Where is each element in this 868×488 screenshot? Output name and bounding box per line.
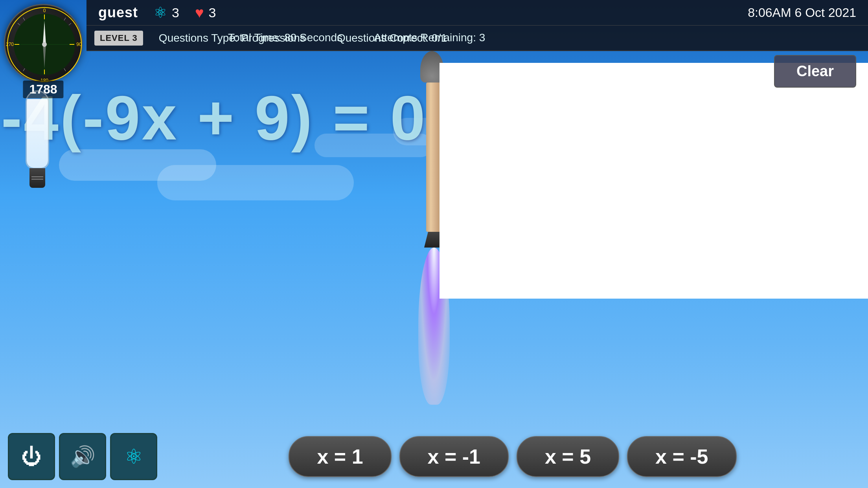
hearts-group: ♥ 3 [195, 4, 216, 21]
hud-stats-row2: Total Time: 80 Seconds Attempts Remainin… [228, 31, 485, 44]
fuel-bottom [29, 168, 45, 188]
answer-button-4[interactable]: x = -5 [627, 436, 736, 477]
compass-widget: 0 90 180 270 1788 [4, 4, 83, 83]
attempts-remaining: Attempts Remaining: 3 [374, 31, 485, 44]
answer-label-2: x = -1 [428, 445, 480, 468]
answer-button-3[interactable]: x = 5 [517, 436, 619, 477]
answer-button-2[interactable]: x = -1 [399, 436, 509, 477]
svg-line-15 [18, 23, 20, 25]
sound-icon: 🔊 [70, 445, 96, 469]
svg-line-13 [69, 23, 71, 25]
fuel-fill [27, 99, 48, 168]
svg-line-14 [23, 18, 25, 20]
svg-text:270: 270 [6, 42, 14, 47]
clear-button[interactable]: Clear [774, 55, 856, 88]
fuel-gauge [22, 90, 53, 185]
power-icon: ⏻ [21, 445, 42, 468]
level-badge: LEVEL 3 [94, 31, 143, 46]
compass-outer: 0 90 180 270 [4, 4, 83, 83]
heart-icon: ♥ [195, 4, 204, 21]
svg-line-17 [23, 68, 25, 71]
svg-line-12 [64, 18, 66, 20]
drawing-canvas[interactable] [440, 63, 868, 299]
stars-group: ⚛ 3 [154, 4, 179, 21]
hearts-count: 3 [209, 5, 216, 20]
atom-icon: ⚛ [154, 4, 167, 21]
hud-bottom-row: LEVEL 3 Questions Type: Progressions Que… [86, 26, 868, 50]
hud-top-row: guest ⚛ 3 ♥ 3 8:06AM 6 Oct 2021 [86, 0, 868, 26]
svg-text:90: 90 [76, 42, 82, 47]
username-display: guest [98, 4, 138, 21]
atom-button[interactable]: ⚛ [110, 433, 157, 480]
svg-line-16 [64, 68, 66, 71]
fuel-tube [26, 90, 49, 169]
answer-button-1[interactable]: x = 1 [289, 436, 391, 477]
atom-icon-btn: ⚛ [125, 445, 143, 468]
svg-point-20 [42, 42, 47, 47]
answer-label-4: x = -5 [655, 445, 708, 468]
bottom-toolbar: ⏻ 🔊 ⚛ x = 1 x = -1 x = 5 x = -5 [0, 425, 868, 488]
equation-display: -4(-9x + 9) = 0 [1, 82, 427, 154]
fuel-grip [31, 176, 43, 180]
compass-svg: 0 90 180 270 [5, 5, 84, 84]
power-button[interactable]: ⏻ [8, 433, 55, 480]
answer-buttons: x = 1 x = -1 x = 5 x = -5 [165, 436, 860, 477]
svg-text:0: 0 [43, 8, 46, 13]
sound-button[interactable]: 🔊 [59, 433, 106, 480]
hud-bar: guest ⚛ 3 ♥ 3 8:06AM 6 Oct 2021 LEVEL 3 … [86, 0, 868, 51]
stars-count: 3 [172, 5, 179, 20]
answer-label-3: x = 5 [545, 445, 591, 468]
answer-label-1: x = 1 [317, 445, 363, 468]
datetime-display: 8:06AM 6 Oct 2021 [748, 6, 856, 20]
total-time: Total Time: 80 Seconds [228, 31, 342, 44]
system-buttons: ⏻ 🔊 ⚛ [8, 433, 157, 480]
